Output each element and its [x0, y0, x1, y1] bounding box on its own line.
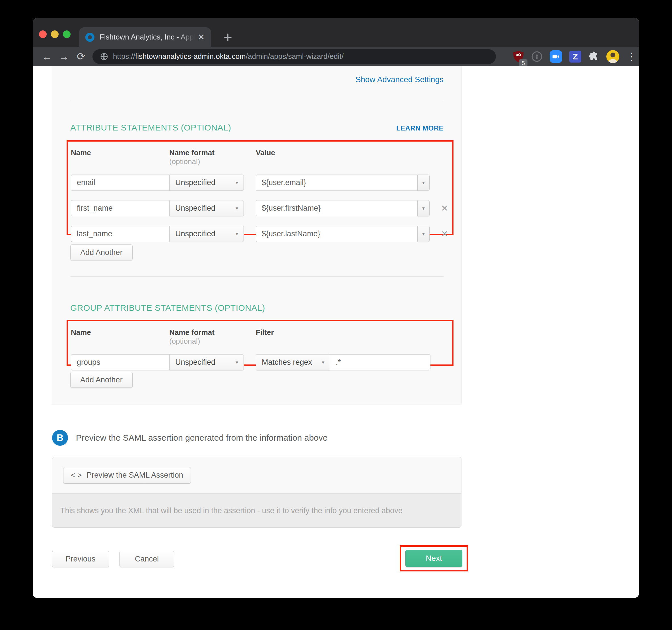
- column-header-format: Name format (optional): [169, 328, 244, 346]
- zoom-camera-icon[interactable]: [550, 50, 562, 63]
- site-info-globe-icon[interactable]: [100, 52, 109, 61]
- add-another-attribute-button[interactable]: Add Another: [70, 245, 133, 260]
- show-advanced-settings-link[interactable]: Show Advanced Settings: [355, 75, 443, 84]
- chevron-down-icon: ▼: [421, 180, 426, 185]
- ublock-shield-icon[interactable]: uO 5: [513, 50, 524, 63]
- attr-value-input[interactable]: [256, 175, 417, 191]
- attr-value-input[interactable]: [256, 226, 417, 242]
- code-brackets-icon: < >: [71, 471, 82, 479]
- column-header-value: Value: [256, 148, 430, 157]
- column-header-name: Name: [71, 328, 169, 337]
- attr-format-select[interactable]: Unspecified▼: [169, 226, 244, 242]
- attr-format-select[interactable]: Unspecified▼: [169, 200, 244, 216]
- new-tab-button[interactable]: +: [220, 29, 236, 45]
- browser-tab[interactable]: Fishtown Analytics, Inc - Applic ✕: [79, 27, 211, 47]
- preview-panel: < > Preview the SAML Assertion This show…: [52, 457, 461, 528]
- extension-area: uO 5 Z: [504, 50, 635, 63]
- page-content: Show Advanced Settings ATTRIBUTE STATEME…: [33, 66, 639, 598]
- attribute-statements-annotation-box: Name Name format (optional) Value Unspec…: [67, 140, 454, 235]
- profile-avatar[interactable]: [606, 50, 619, 63]
- group-filter-type-select[interactable]: Matches regex▼: [256, 354, 330, 371]
- back-icon[interactable]: ←: [39, 51, 55, 62]
- remove-row-icon[interactable]: ✕: [441, 230, 448, 238]
- attribute-table-header: Name Name format (optional) Value: [71, 148, 452, 166]
- url-text: https://fishtownanalytics-admin.okta.com…: [113, 52, 344, 61]
- attribute-row: Unspecified▼ ▼ ✕: [71, 226, 452, 242]
- preview-note-text: This shows you the XML that will be used…: [52, 494, 461, 528]
- learn-more-link[interactable]: LEARN MORE: [396, 124, 443, 132]
- attr-name-input[interactable]: [71, 226, 169, 242]
- chevron-down-icon: ▼: [421, 206, 426, 211]
- preview-step-header: B Preview the SAML assertion generated f…: [52, 430, 328, 446]
- forward-icon[interactable]: →: [55, 51, 73, 62]
- attr-format-select[interactable]: Unspecified▼: [169, 175, 244, 191]
- attribute-row: Unspecified▼ ▼ ✕: [71, 175, 452, 191]
- attr-value-combo: ▼: [256, 200, 430, 216]
- preview-panel-top: < > Preview the SAML Assertion: [52, 457, 461, 494]
- divider: [70, 276, 443, 277]
- group-attribute-statements-header: GROUP ATTRIBUTE STATEMENTS (OPTIONAL): [70, 303, 443, 313]
- attr-value-dropdown-button[interactable]: ▼: [417, 200, 430, 216]
- tab-strip: Fishtown Analytics, Inc - Applic ✕ +: [33, 18, 639, 47]
- group-table-header: Name Name format (optional) Filter: [71, 328, 452, 346]
- browser-menu-icon[interactable]: ⋮: [626, 51, 633, 62]
- chevron-down-icon: ▼: [235, 231, 239, 236]
- group-attribute-row: Unspecified▼ Matches regex▼: [71, 354, 452, 371]
- svg-text:uO: uO: [516, 53, 521, 57]
- okta-favicon-icon: [85, 33, 94, 42]
- attribute-statements-title: ATTRIBUTE STATEMENTS (OPTIONAL): [70, 123, 231, 132]
- chevron-down-icon: ▼: [321, 360, 325, 365]
- minimize-window-button[interactable]: [51, 30, 58, 38]
- saml-settings-panel: Show Advanced Settings ATTRIBUTE STATEME…: [52, 66, 461, 404]
- reload-icon[interactable]: ⟳: [73, 51, 90, 62]
- group-format-select[interactable]: Unspecified▼: [169, 354, 244, 371]
- attr-value-dropdown-button[interactable]: ▼: [417, 226, 430, 242]
- group-attribute-annotation-box: Name Name format (optional) Filter Unspe…: [67, 320, 454, 366]
- attr-value-combo: ▼: [256, 226, 430, 242]
- close-window-button[interactable]: [39, 30, 47, 38]
- next-button-annotation-box: Next: [400, 545, 468, 572]
- fullscreen-window-button[interactable]: [63, 30, 71, 38]
- attr-name-input[interactable]: [71, 175, 169, 191]
- browser-window: Fishtown Analytics, Inc - Applic ✕ + ← →…: [33, 18, 639, 598]
- next-button[interactable]: Next: [405, 550, 462, 567]
- attribute-statements-header: ATTRIBUTE STATEMENTS (OPTIONAL) LEARN MO…: [70, 123, 443, 132]
- window-controls: [39, 30, 71, 38]
- attr-value-combo: ▼: [256, 175, 430, 191]
- chevron-down-icon: ▼: [235, 206, 239, 211]
- column-header-name: Name: [71, 148, 169, 157]
- tab-title: Fishtown Analytics, Inc - Applic: [100, 33, 195, 42]
- column-header-format: Name format (optional): [169, 148, 244, 166]
- previous-button[interactable]: Previous: [52, 551, 109, 567]
- browser-toolbar: ← → ⟳ https://fishtownanalytics-admin.ok…: [33, 47, 639, 66]
- attr-value-dropdown-button[interactable]: ▼: [417, 175, 430, 191]
- step-b-badge: B: [52, 430, 68, 446]
- chevron-down-icon: ▼: [235, 180, 239, 185]
- group-filter-value-input[interactable]: [330, 354, 430, 371]
- remove-row-icon[interactable]: ✕: [441, 204, 448, 213]
- group-attribute-statements-title: GROUP ATTRIBUTE STATEMENTS (OPTIONAL): [70, 303, 265, 313]
- cancel-button[interactable]: Cancel: [119, 551, 174, 567]
- password-manager-icon[interactable]: [531, 51, 543, 62]
- attr-name-input[interactable]: [71, 200, 169, 216]
- tab-close-icon[interactable]: ✕: [198, 33, 205, 42]
- z-extension-icon[interactable]: Z: [569, 51, 581, 62]
- ublock-badge: 5: [519, 59, 527, 67]
- preview-button-label: Preview the SAML Assertion: [87, 471, 183, 480]
- column-header-filter: Filter: [256, 328, 430, 337]
- address-bar[interactable]: https://fishtownanalytics-admin.okta.com…: [93, 49, 496, 64]
- preview-saml-assertion-button[interactable]: < > Preview the SAML Assertion: [63, 467, 191, 484]
- add-another-group-attribute-button[interactable]: Add Another: [70, 372, 133, 388]
- chevron-down-icon: ▼: [421, 231, 426, 236]
- attr-value-input[interactable]: [256, 200, 417, 216]
- attribute-row: Unspecified▼ ▼ ✕: [71, 200, 452, 216]
- extensions-puzzle-icon[interactable]: [589, 51, 599, 62]
- group-name-input[interactable]: [71, 354, 169, 371]
- chevron-down-icon: ▼: [235, 360, 239, 365]
- preview-step-heading: Preview the SAML assertion generated fro…: [76, 433, 328, 443]
- divider: [70, 100, 443, 100]
